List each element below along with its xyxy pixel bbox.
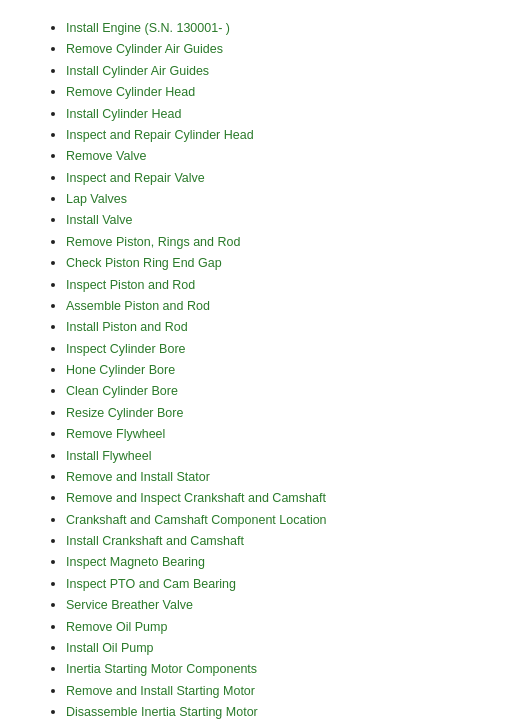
list-item: Install Flywheel — [66, 446, 462, 466]
list-item: Remove Flywheel — [66, 424, 462, 444]
list-item: Remove and Inspect Crankshaft and Camsha… — [66, 488, 462, 508]
list-item: Lap Valves — [66, 189, 462, 209]
list-item: Install Cylinder Air Guides — [66, 61, 462, 81]
nav-link[interactable]: Resize Cylinder Bore — [66, 406, 183, 420]
nav-link[interactable]: Clean Cylinder Bore — [66, 384, 178, 398]
list-item: Assemble Piston and Rod — [66, 296, 462, 316]
nav-link[interactable]: Disassemble Inertia Starting Motor — [66, 705, 258, 719]
nav-link-list: Install Engine (S.N. 130001- )Remove Cyl… — [48, 18, 462, 721]
nav-link[interactable]: Inspect and Repair Cylinder Head — [66, 128, 254, 142]
list-item: Disassemble Inertia Starting Motor — [66, 702, 462, 721]
nav-link[interactable]: Remove Oil Pump — [66, 620, 167, 634]
list-item: Remove and Install Stator — [66, 467, 462, 487]
nav-link[interactable]: Inspect Magneto Bearing — [66, 555, 205, 569]
nav-link[interactable]: Inspect PTO and Cam Bearing — [66, 577, 236, 591]
list-item: Inspect and Repair Valve — [66, 168, 462, 188]
nav-link[interactable]: Install Cylinder Air Guides — [66, 64, 209, 78]
nav-link[interactable]: Inspect Piston and Rod — [66, 278, 195, 292]
nav-link[interactable]: Remove and Install Starting Motor — [66, 684, 255, 698]
nav-link[interactable]: Remove and Inspect Crankshaft and Camsha… — [66, 491, 326, 505]
list-item: Remove Piston, Rings and Rod — [66, 232, 462, 252]
list-item: Install Crankshaft and Camshaft — [66, 531, 462, 551]
list-item: Remove Cylinder Air Guides — [66, 39, 462, 59]
nav-link[interactable]: Remove Piston, Rings and Rod — [66, 235, 240, 249]
nav-link[interactable]: Remove Cylinder Head — [66, 85, 195, 99]
nav-link[interactable]: Install Valve — [66, 213, 132, 227]
nav-link[interactable]: Remove Valve — [66, 149, 146, 163]
list-item: Install Engine (S.N. 130001- ) — [66, 18, 462, 38]
nav-link[interactable]: Check Piston Ring End Gap — [66, 256, 222, 270]
nav-link[interactable]: Inspect and Repair Valve — [66, 171, 205, 185]
list-item: Install Piston and Rod — [66, 317, 462, 337]
nav-link[interactable]: Service Breather Valve — [66, 598, 193, 612]
nav-link[interactable]: Inertia Starting Motor Components — [66, 662, 257, 676]
nav-link[interactable]: Remove and Install Stator — [66, 470, 210, 484]
list-item: Install Cylinder Head — [66, 104, 462, 124]
list-item: Resize Cylinder Bore — [66, 403, 462, 423]
list-item: Remove Oil Pump — [66, 617, 462, 637]
nav-link[interactable]: Install Engine (S.N. 130001- ) — [66, 21, 230, 35]
nav-link[interactable]: Inspect Cylinder Bore — [66, 342, 186, 356]
list-item: Inspect PTO and Cam Bearing — [66, 574, 462, 594]
nav-link[interactable]: Assemble Piston and Rod — [66, 299, 210, 313]
nav-link[interactable]: Remove Cylinder Air Guides — [66, 42, 223, 56]
nav-link[interactable]: Install Flywheel — [66, 449, 151, 463]
list-item: Hone Cylinder Bore — [66, 360, 462, 380]
list-item: Inertia Starting Motor Components — [66, 659, 462, 679]
list-item: Install Valve — [66, 210, 462, 230]
list-item: Remove Valve — [66, 146, 462, 166]
list-item: Remove Cylinder Head — [66, 82, 462, 102]
nav-link[interactable]: Install Oil Pump — [66, 641, 154, 655]
nav-link[interactable]: Remove Flywheel — [66, 427, 165, 441]
list-item: Remove and Install Starting Motor — [66, 681, 462, 701]
list-item: Inspect and Repair Cylinder Head — [66, 125, 462, 145]
list-item: Inspect Magneto Bearing — [66, 552, 462, 572]
list-item: Crankshaft and Camshaft Component Locati… — [66, 510, 462, 530]
list-item: Inspect Cylinder Bore — [66, 339, 462, 359]
nav-link[interactable]: Lap Valves — [66, 192, 127, 206]
nav-link[interactable]: Install Crankshaft and Camshaft — [66, 534, 244, 548]
list-item: Check Piston Ring End Gap — [66, 253, 462, 273]
list-item: Install Oil Pump — [66, 638, 462, 658]
list-item: Clean Cylinder Bore — [66, 381, 462, 401]
nav-link[interactable]: Install Cylinder Head — [66, 107, 181, 121]
nav-link[interactable]: Crankshaft and Camshaft Component Locati… — [66, 513, 327, 527]
page-container: Install Engine (S.N. 130001- )Remove Cyl… — [0, 0, 510, 721]
list-item: Service Breather Valve — [66, 595, 462, 615]
nav-link[interactable]: Install Piston and Rod — [66, 320, 188, 334]
list-item: Inspect Piston and Rod — [66, 275, 462, 295]
nav-link[interactable]: Hone Cylinder Bore — [66, 363, 175, 377]
